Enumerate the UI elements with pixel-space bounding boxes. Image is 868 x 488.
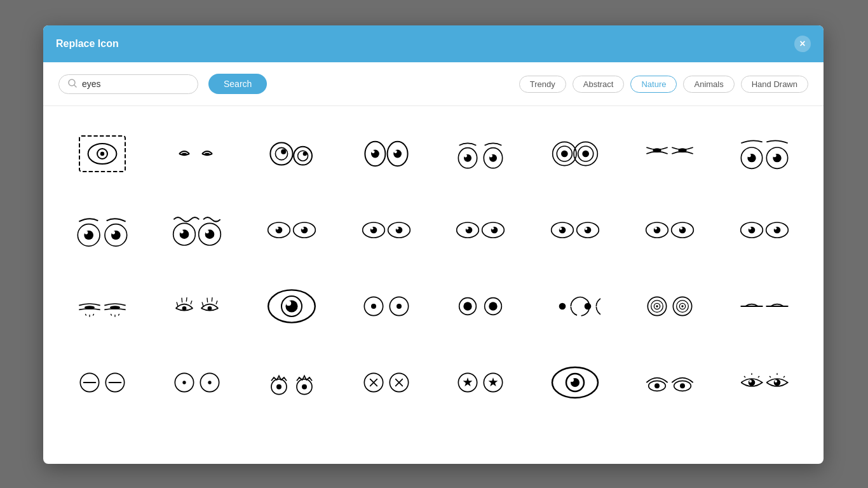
svg-point-137 xyxy=(208,381,211,384)
filter-tags: Trendy Abstract Nature Animals Hand Draw… xyxy=(519,76,808,93)
icon-cell-24[interactable] xyxy=(720,271,808,341)
svg-point-81 xyxy=(680,227,682,229)
svg-line-96 xyxy=(177,302,178,306)
icon-cell-2[interactable] xyxy=(153,119,241,189)
icon-cell-22[interactable] xyxy=(531,271,620,341)
svg-line-100 xyxy=(202,302,203,306)
filter-animals[interactable]: Animals xyxy=(683,76,734,93)
icon-cell-15[interactable] xyxy=(626,195,714,265)
svg-point-73 xyxy=(585,227,592,234)
svg-point-155 xyxy=(570,378,574,382)
svg-point-75 xyxy=(585,227,587,230)
icon-cell-29[interactable] xyxy=(437,348,525,417)
svg-point-80 xyxy=(654,227,657,229)
icon-cell-25[interactable] xyxy=(58,348,147,417)
icon-cell-8[interactable] xyxy=(720,119,808,189)
svg-point-157 xyxy=(654,383,660,388)
svg-point-45 xyxy=(112,231,115,234)
icon-cell-31[interactable] xyxy=(626,348,714,417)
svg-point-38 xyxy=(747,154,750,157)
modal-title: Replace Icon xyxy=(56,38,119,50)
svg-line-99 xyxy=(191,301,192,304)
svg-point-113 xyxy=(397,304,402,309)
icon-cell-4[interactable] xyxy=(342,119,430,189)
svg-point-165 xyxy=(773,379,780,386)
svg-point-28 xyxy=(561,151,568,158)
icon-cell-1[interactable] xyxy=(58,119,147,189)
svg-point-78 xyxy=(654,227,661,234)
svg-point-86 xyxy=(749,227,751,229)
svg-point-159 xyxy=(680,383,685,388)
svg-point-160 xyxy=(748,379,755,386)
search-input[interactable] xyxy=(82,79,189,89)
svg-point-32 xyxy=(653,148,661,152)
icon-cell-13[interactable] xyxy=(437,195,525,265)
icon-cell-14[interactable] xyxy=(531,195,620,265)
svg-line-90 xyxy=(86,314,86,316)
svg-point-11 xyxy=(294,147,312,165)
svg-point-8 xyxy=(270,142,292,165)
svg-point-104 xyxy=(182,306,187,311)
replace-icon-modal: Replace Icon × Search Trendy Abstract Na… xyxy=(43,25,824,464)
svg-line-169 xyxy=(783,376,785,377)
svg-point-111 xyxy=(371,304,376,309)
icon-cell-12[interactable] xyxy=(342,195,430,265)
svg-line-97 xyxy=(182,298,182,302)
filter-trendy[interactable]: Trendy xyxy=(519,76,566,93)
svg-line-163 xyxy=(744,376,745,377)
icon-cell-21[interactable] xyxy=(437,271,525,341)
svg-point-12 xyxy=(297,151,308,161)
svg-line-102 xyxy=(212,297,212,302)
icon-cell-7[interactable] xyxy=(626,119,714,189)
filter-abstract[interactable]: Abstract xyxy=(573,76,625,93)
svg-line-95 xyxy=(119,314,119,316)
svg-point-74 xyxy=(559,227,562,230)
svg-point-127 xyxy=(681,305,683,307)
svg-point-24 xyxy=(465,154,468,158)
icon-cell-10[interactable] xyxy=(153,195,241,265)
svg-point-51 xyxy=(205,230,208,233)
svg-point-68 xyxy=(466,227,469,229)
svg-point-7 xyxy=(205,152,210,156)
icon-grid xyxy=(58,119,808,417)
svg-line-103 xyxy=(216,301,217,304)
icon-cell-16[interactable] xyxy=(720,195,808,265)
svg-point-18 xyxy=(371,150,374,153)
svg-point-141 xyxy=(302,384,307,390)
svg-point-33 xyxy=(678,148,686,152)
svg-point-39 xyxy=(773,154,776,157)
svg-line-1 xyxy=(74,85,76,87)
svg-point-115 xyxy=(464,302,472,310)
svg-point-13 xyxy=(302,152,306,156)
icon-cell-9[interactable] xyxy=(58,195,147,265)
svg-line-168 xyxy=(770,376,771,377)
close-button[interactable]: × xyxy=(794,36,811,52)
svg-point-119 xyxy=(585,303,592,310)
modal-header: Replace Icon × xyxy=(43,25,824,62)
svg-line-164 xyxy=(758,376,759,377)
svg-point-79 xyxy=(679,227,686,234)
svg-point-89 xyxy=(110,306,120,309)
svg-point-57 xyxy=(301,227,304,229)
icon-cell-32[interactable] xyxy=(720,348,808,417)
icon-cell-30[interactable] xyxy=(531,348,620,417)
svg-point-10 xyxy=(281,149,286,154)
svg-line-93 xyxy=(111,314,112,316)
icon-cell-28[interactable] xyxy=(342,348,430,417)
icon-cell-5[interactable] xyxy=(437,119,525,189)
filter-nature[interactable]: Nature xyxy=(630,76,677,93)
filter-hand-drawn[interactable]: Hand Drawn xyxy=(741,76,808,93)
icon-cell-20[interactable] xyxy=(342,271,430,341)
icon-cell-6[interactable] xyxy=(531,119,620,189)
icon-cell-26[interactable] xyxy=(153,348,241,417)
icon-cell-3[interactable] xyxy=(248,119,336,189)
icon-cell-11[interactable] xyxy=(248,195,336,265)
icon-cell-18[interactable] xyxy=(153,271,241,341)
svg-point-5 xyxy=(100,152,104,156)
icon-cell-19[interactable] xyxy=(248,271,336,341)
svg-point-166 xyxy=(775,380,777,383)
search-button[interactable]: Search xyxy=(208,74,267,94)
icon-cell-23[interactable] xyxy=(626,271,714,341)
icon-cell-27[interactable] xyxy=(248,348,336,417)
icon-cell-17[interactable] xyxy=(58,271,147,341)
